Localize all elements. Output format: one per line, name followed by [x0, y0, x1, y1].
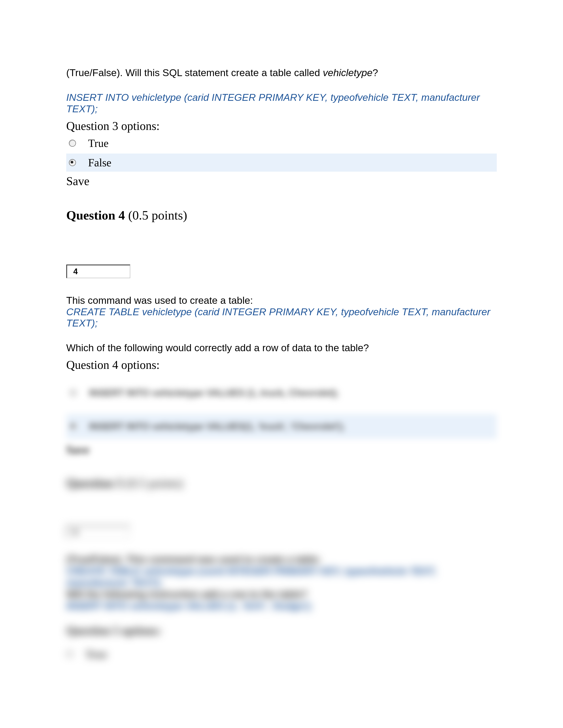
blurred-region-2: Question 5 (0.5 points) 5 (True/False). …: [66, 476, 497, 660]
q5-options-heading: Question 5 options:: [66, 624, 497, 637]
q5-sql1: CREATE TABLE vehicletype (carid INTEGER …: [66, 565, 497, 589]
q4-option-a-label: INSERT INTO vehicletype VALUES (1, truck…: [89, 387, 339, 399]
quiz-page: (True/False). Will this SQL statement cr…: [0, 0, 563, 660]
q5-header-points: (0.5 points): [123, 476, 183, 490]
q3-prompt-table-name: vehicletype: [323, 67, 373, 78]
q3-option-true[interactable]: True: [66, 134, 497, 152]
q5-option-true[interactable]: True: [66, 648, 497, 660]
q4-number: 4: [73, 267, 78, 276]
q5-header-bold: Question 5: [66, 476, 123, 490]
q5-body: (True/False). This command was used to c…: [66, 554, 497, 612]
q3-prompt-prefix: (True/False). Will this SQL statement cr…: [66, 67, 323, 78]
blurred-region-1: INSERT INTO vehicletype VALUES (1, truck…: [66, 381, 497, 456]
q4-header: Question 4 (0.5 points): [66, 208, 497, 223]
q4-options-heading: Question 4 options:: [66, 358, 497, 372]
q4-option-a[interactable]: INSERT INTO vehicletype VALUES (1, truck…: [66, 381, 497, 405]
q5-header: Question 5 (0.5 points): [66, 476, 497, 490]
q5-option-true-label: True: [85, 648, 107, 660]
radio-unchecked-icon[interactable]: [69, 140, 76, 147]
q3-prompt-suffix: ?: [373, 67, 378, 78]
q5-sql2: INSERT INTO vehicletype VALUES (1, 'SUV'…: [66, 600, 497, 612]
q4-option-b[interactable]: INSERT INTO vehicletype VALUES(1, 'truck…: [66, 414, 497, 439]
q4-body: This command was used to create a table:…: [66, 295, 497, 329]
q3-options-heading: Question 3 options:: [66, 119, 497, 133]
q4-header-bold: Question 4: [66, 208, 125, 222]
q5-line2: Will the following instruction add a row…: [66, 589, 497, 600]
radio-unchecked-icon[interactable]: [66, 651, 73, 658]
q3-option-true-label: True: [88, 137, 109, 150]
q4-follow: Which of the following would correctly a…: [66, 342, 497, 354]
q3-option-false-label: False: [88, 156, 111, 169]
q5-number: 5: [73, 528, 77, 537]
q4-save-button[interactable]: Save: [66, 443, 497, 456]
radio-unchecked-icon[interactable]: [70, 389, 77, 396]
q5-line1: (True/False). This command was used to c…: [66, 554, 497, 565]
q3-option-false[interactable]: False: [66, 154, 497, 172]
q4-option-b-label: INSERT INTO vehicletype VALUES(1, 'truck…: [89, 421, 345, 432]
q3-prompt: (True/False). Will this SQL statement cr…: [66, 66, 497, 80]
radio-checked-icon[interactable]: [70, 423, 77, 430]
q5-number-badge: 5: [66, 525, 130, 538]
q4-sql: CREATE TABLE vehicletype (carid INTEGER …: [66, 306, 497, 329]
radio-checked-icon[interactable]: [69, 159, 76, 166]
q4-header-points: (0.5 points): [125, 208, 187, 222]
q4-line1: This command was used to create a table:: [66, 295, 497, 306]
q4-number-badge: 4: [66, 265, 130, 278]
q3-sql: INSERT INTO vehicletype (carid INTEGER P…: [66, 92, 497, 115]
q3-save-button[interactable]: Save: [66, 174, 497, 188]
